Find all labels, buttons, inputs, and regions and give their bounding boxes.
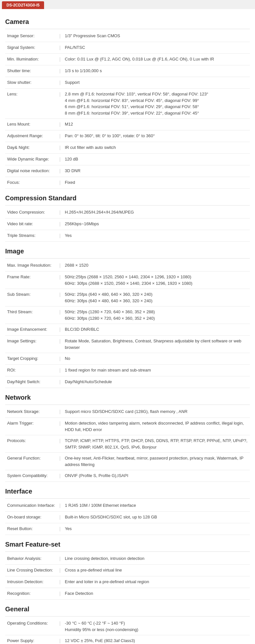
table-row: Signal System:|PAL/NTSC	[5, 42, 250, 54]
table-row: On-board storage:|Built-in Micro SD/SDHC…	[5, 512, 250, 523]
product-tab[interactable]: DS-2CD2T43G0-I5	[2, 1, 44, 9]
table-network: Network Storage:|Support micro SD/SDHC/S…	[5, 406, 250, 482]
section-title-image: Image	[5, 248, 250, 256]
row-label: Power Supply:	[5, 635, 57, 644]
table-row: Behavior Analysis:|Line crossing detecti…	[5, 553, 250, 565]
row-label: Communication Interface:	[5, 500, 57, 512]
section-title-interface: Interface	[5, 488, 250, 496]
table-row: Min. Illumination:|Color: 0.01 Lux @ (F1…	[5, 54, 250, 65]
table-general: Operating Conditions:|-30 °C ~ 60 °C (-2…	[5, 618, 250, 644]
row-divider: |	[57, 435, 63, 453]
row-divider: |	[57, 406, 63, 418]
table-row: Frame Rate:|50Hz:25fps (2688 × 1520, 256…	[5, 272, 250, 289]
row-value: -30 °C ~ 60 °C (-22 °F ~ 140 °F) Humidit…	[63, 618, 250, 635]
row-value: BLC/3D DNR/BLC	[63, 324, 250, 336]
row-value: Cross a pre-defined virtual line	[63, 565, 250, 576]
row-divider: |	[57, 119, 63, 130]
row-divider: |	[57, 365, 63, 376]
row-divider: |	[57, 207, 63, 218]
row-divider: |	[57, 65, 63, 77]
table-row: Video Compression:|H.265+/H.265/H.264+/H…	[5, 207, 250, 218]
row-value: 1/3" Progressive Scan CMOS	[63, 30, 250, 42]
tab-bar: DS-2CD2T43G0-I5	[0, 0, 255, 9]
row-divider: |	[57, 142, 63, 154]
table-row: Day& Night:|IR cut filter with auto swit…	[5, 142, 250, 154]
row-divider: |	[57, 30, 63, 42]
row-label: Slow shutter:	[5, 77, 57, 89]
table-row: Protocols:|TCP/IP, ICMP, HTTP, HTTPS, FT…	[5, 435, 250, 453]
table-row: Triple Streams:|Yes	[5, 230, 250, 242]
table-row: Lens Mount:|M12	[5, 119, 250, 130]
table-row: Adjustment Range:|Pan: 0° to 360°, tilt:…	[5, 130, 250, 142]
table-row: Sub Stream:|50Hz: 25fps (640 × 480, 640 …	[5, 289, 250, 306]
table-row: Video bit rate:|256Kbps~16Mbps	[5, 218, 250, 230]
row-divider: |	[57, 77, 63, 89]
row-label: Triple Streams:	[5, 230, 57, 242]
row-value: Face Detection	[63, 588, 250, 600]
row-value: One-key reset, Anti-Flicker, heartbeat, …	[63, 453, 250, 470]
row-label: Min. Illumination:	[5, 54, 57, 65]
row-value: 3D DNR	[63, 165, 250, 177]
row-divider: |	[57, 42, 63, 54]
row-divider: |	[57, 289, 63, 306]
row-value: Yes	[63, 230, 250, 242]
row-label: Recognition:	[5, 588, 57, 600]
row-label: Reset Button:	[5, 523, 57, 535]
row-divider: |	[57, 618, 63, 635]
row-label: Lens Mount:	[5, 119, 57, 130]
row-label: Day& Night:	[5, 142, 57, 154]
row-label: Wide Dynamic Range:	[5, 154, 57, 165]
row-value: Support micro SD/SDHC/SDXC card (128G), …	[63, 406, 250, 418]
table-row: General Function:|One-key reset, Anti-Fl…	[5, 453, 250, 470]
row-value: Motion detection, video tampering alarm,…	[63, 418, 250, 435]
row-label: Lens:	[5, 89, 57, 119]
table-row: Power Supply:|12 VDC ± 25%, PoE (802.3af…	[5, 635, 250, 644]
row-value: Support	[63, 77, 250, 89]
row-label: Shutter time:	[5, 65, 57, 77]
row-divider: |	[57, 165, 63, 177]
row-divider: |	[57, 324, 63, 336]
table-row: Image Sensor:|1/3" Progressive Scan CMOS	[5, 30, 250, 42]
row-value: H.265+/H.265/H.264+/H.264/MJPEG	[63, 207, 250, 218]
section-title-general: General	[5, 605, 250, 614]
row-label: Video bit rate:	[5, 218, 57, 230]
table-row: Intrusion Detection:|Enter and loiter in…	[5, 576, 250, 588]
row-divider: |	[57, 336, 63, 353]
row-divider: |	[57, 418, 63, 435]
table-row: Third Stream:|50Hz: 25fps (1280 × 720, 6…	[5, 306, 250, 324]
table-compression: Video Compression:|H.265+/H.265/H.264+/H…	[5, 207, 250, 242]
row-divider: |	[57, 588, 63, 600]
table-row: Target Cropping:|No	[5, 353, 250, 365]
row-label: Digital noise reduction:	[5, 165, 57, 177]
row-label: On-board storage:	[5, 512, 57, 523]
table-row: Lens:|2.8 mm @ F1.6: horizontal FOV: 103…	[5, 89, 250, 119]
row-divider: |	[57, 130, 63, 142]
row-value: ONVIF (Profile S, Profile G),ISAPI	[63, 470, 250, 482]
row-label: Max. Image Resolution:	[5, 260, 57, 272]
row-divider: |	[57, 230, 63, 242]
row-divider: |	[57, 272, 63, 289]
table-row: Line Crossing Detection:|Cross a pre-def…	[5, 565, 250, 576]
row-value: Built-in Micro SD/SDHC/SDXC slot, up to …	[63, 512, 250, 523]
row-divider: |	[57, 576, 63, 588]
row-value: Rotate Mode, Saturation, Brightness, Con…	[63, 336, 250, 353]
row-divider: |	[57, 553, 63, 565]
row-value: 50Hz: 25fps (640 × 480, 640 × 360, 320 ×…	[63, 289, 250, 306]
row-label: ROI:	[5, 365, 57, 376]
table-row: Digital noise reduction:|3D DNR	[5, 165, 250, 177]
table-row: Image Settings:|Rotate Mode, Saturation,…	[5, 336, 250, 353]
section-title-camera: Camera	[5, 18, 250, 27]
row-value: No	[63, 353, 250, 365]
table-row: Day/Night Switch:|Day/Night/Auto/Schedul…	[5, 376, 250, 388]
table-row: System Compatibility:|ONVIF (Profile S, …	[5, 470, 250, 482]
row-divider: |	[57, 306, 63, 324]
row-value: Yes	[63, 523, 250, 535]
row-divider: |	[57, 54, 63, 65]
table-interface: Communication Interface:|1 RJ45 10M / 10…	[5, 500, 250, 535]
row-label: Line Crossing Detection:	[5, 565, 57, 576]
row-divider: |	[57, 512, 63, 523]
row-value: 1 RJ45 10M / 100M Ethernet interface	[63, 500, 250, 512]
row-divider: |	[57, 154, 63, 165]
section-title-network: Network	[5, 394, 250, 403]
row-label: Target Cropping:	[5, 353, 57, 365]
